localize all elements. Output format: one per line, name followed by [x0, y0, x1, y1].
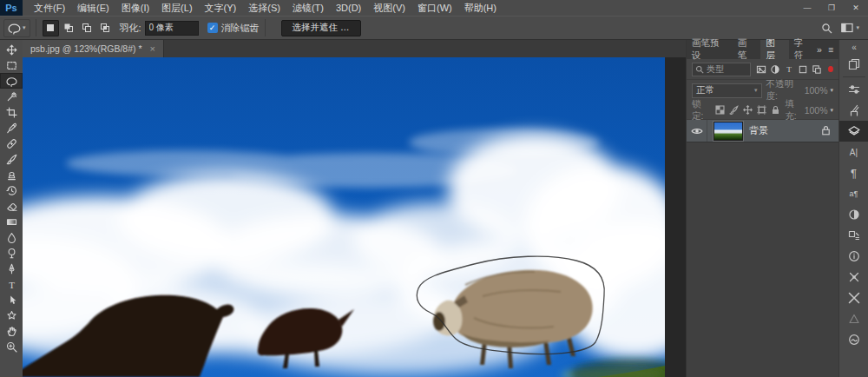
menu-3d[interactable]: 3D(D) [330, 0, 367, 16]
adjustments-panel-icon[interactable] [839, 204, 868, 225]
lock-transparent-pixels-icon[interactable] [715, 105, 725, 115]
filter-type-layer-icon[interactable]: T [784, 64, 794, 75]
brush-presets-icon[interactable] [839, 100, 868, 121]
lasso-icon [8, 22, 21, 35]
search-icon [695, 65, 704, 74]
paragraph-panel-icon[interactable]: ¶ [839, 162, 868, 183]
fill-control[interactable]: 填充: 100% ▾ [785, 98, 833, 122]
tool-custom-shape[interactable] [0, 308, 23, 323]
fill-value: 100% [805, 105, 828, 116]
layer-filter-type-select[interactable]: 类型 [692, 63, 751, 76]
filter-adjustment-layer-icon[interactable] [770, 64, 780, 75]
tool-dodge[interactable] [0, 245, 23, 261]
menu-bar: Ps 文件(F) 编辑(E) 图像(I) 图层(L) 文字(Y) 选择(S) 滤… [0, 0, 868, 16]
tool-hand[interactable] [0, 323, 23, 339]
info-panel-icon[interactable] [839, 246, 868, 267]
menu-type[interactable]: 文字(Y) [199, 0, 243, 16]
menu-edit[interactable]: 编辑(E) [71, 0, 115, 16]
menu-file[interactable]: 文件(F) [28, 0, 71, 16]
blend-mode-select[interactable]: 正常 ▾ [692, 83, 762, 98]
tool-spot-healing-brush[interactable] [0, 136, 23, 151]
tab-layers[interactable]: 图层 [760, 40, 788, 59]
lock-image-pixels-icon[interactable] [729, 105, 739, 115]
menu-view[interactable]: 视图(V) [367, 0, 411, 16]
filter-pixel-layer-icon[interactable] [756, 64, 766, 75]
tool-path-selection[interactable] [0, 292, 23, 308]
tool-quick-selection[interactable] [0, 89, 23, 104]
workspace-switcher[interactable]: ▾ [841, 23, 859, 33]
antialias-label: 消除锯齿 [221, 22, 260, 35]
tool-options-bar: ▾ 羽化: ✓ 消除锯齿 选择并遮住 … ▾ [0, 16, 868, 40]
layers-panel-icon[interactable] [839, 121, 868, 142]
brush-settings-icon[interactable] [839, 79, 868, 100]
menu-layer[interactable]: 图层(L) [155, 0, 198, 16]
canvas-image[interactable] [23, 57, 665, 377]
brushes-panel-icon[interactable] [839, 288, 868, 308]
add-to-selection-button[interactable] [61, 20, 77, 36]
tool-blur[interactable] [0, 229, 23, 245]
creative-cloud-icon[interactable] [839, 329, 868, 350]
tool-eraser[interactable] [0, 198, 23, 214]
lock-artboard-icon[interactable] [757, 105, 766, 115]
lock-all-icon[interactable] [771, 105, 780, 115]
new-selection-button[interactable] [43, 20, 59, 36]
select-and-mask-button[interactable]: 选择并遮住 … [281, 20, 361, 36]
layer-row-background[interactable]: 背景 [687, 120, 838, 142]
filter-type-label: 类型 [707, 63, 724, 76]
photo-content [23, 57, 665, 377]
close-icon[interactable]: ✕ [844, 0, 868, 16]
collapse-panels-icon[interactable]: « [839, 40, 868, 54]
tab-brush-presets[interactable]: 画笔预设 [687, 40, 733, 59]
measurement-log-icon[interactable] [839, 225, 868, 246]
menu-window[interactable]: 窗口(W) [411, 0, 458, 16]
filter-smart-object-icon[interactable] [812, 64, 822, 75]
subtract-from-selection-button[interactable] [79, 20, 95, 36]
tool-presets-icon[interactable] [839, 267, 868, 288]
layer-visibility-toggle[interactable] [687, 120, 707, 142]
layer-thumbnail[interactable] [713, 122, 743, 141]
chevron-down-icon: ▾ [23, 24, 26, 31]
panel-menu-icon[interactable]: ≡ [828, 44, 833, 55]
filter-shape-layer-icon[interactable] [798, 64, 808, 75]
character-panel-icon[interactable]: A| [839, 142, 868, 162]
tool-eyedropper[interactable] [0, 120, 23, 136]
chevron-down-icon: ▾ [754, 87, 758, 94]
document-tab[interactable]: psb.jpg @ 123%(RGB/8#) * × [23, 40, 164, 57]
tool-clone-stamp[interactable] [0, 167, 23, 182]
canvas[interactable] [23, 57, 686, 377]
tool-preset-picker[interactable]: ▾ [3, 19, 30, 37]
search-icon[interactable] [821, 23, 832, 34]
tab-character[interactable]: 字符 [789, 40, 817, 59]
menu-select[interactable]: 选择(S) [242, 0, 286, 16]
filter-toggle-icon[interactable] [828, 66, 833, 72]
tool-lasso[interactable] [0, 73, 23, 89]
panel-overflow-icon[interactable]: » [817, 44, 822, 55]
fill-label: 填充: [785, 98, 801, 122]
tool-zoom[interactable] [0, 339, 23, 354]
restore-icon[interactable]: ❐ [819, 0, 844, 16]
layer-list: 背景 [687, 120, 838, 377]
glyphs-panel-icon[interactable]: a¶ [839, 183, 868, 204]
menu-filter[interactable]: 滤镜(T) [286, 0, 330, 16]
lock-position-icon[interactable] [743, 105, 753, 115]
libraries-panel-icon[interactable] [839, 308, 868, 329]
antialias-checkbox[interactable]: ✓ [207, 23, 218, 33]
intersect-selection-button[interactable] [97, 20, 114, 36]
menu-image[interactable]: 图像(I) [115, 0, 155, 16]
feather-input[interactable] [145, 21, 199, 36]
menu-help[interactable]: 帮助(H) [458, 0, 503, 16]
tab-close-icon[interactable]: × [150, 43, 155, 54]
tool-rectangular-marquee[interactable] [0, 57, 23, 73]
tool-brush[interactable] [0, 151, 23, 167]
tool-horizontal-type[interactable]: T [0, 276, 23, 292]
minimize-icon[interactable]: — [795, 0, 819, 16]
tool-pen[interactable] [0, 261, 23, 276]
tab-brush[interactable]: 画笔 [733, 40, 760, 59]
tool-crop[interactable] [0, 104, 23, 120]
tool-move[interactable] [0, 42, 23, 57]
arrange-documents-icon[interactable] [839, 54, 868, 75]
tool-history-brush[interactable] [0, 182, 23, 198]
eye-icon [691, 127, 703, 136]
document-area: psb.jpg @ 123%(RGB/8#) * × [23, 40, 686, 377]
tool-gradient[interactable] [0, 214, 23, 229]
